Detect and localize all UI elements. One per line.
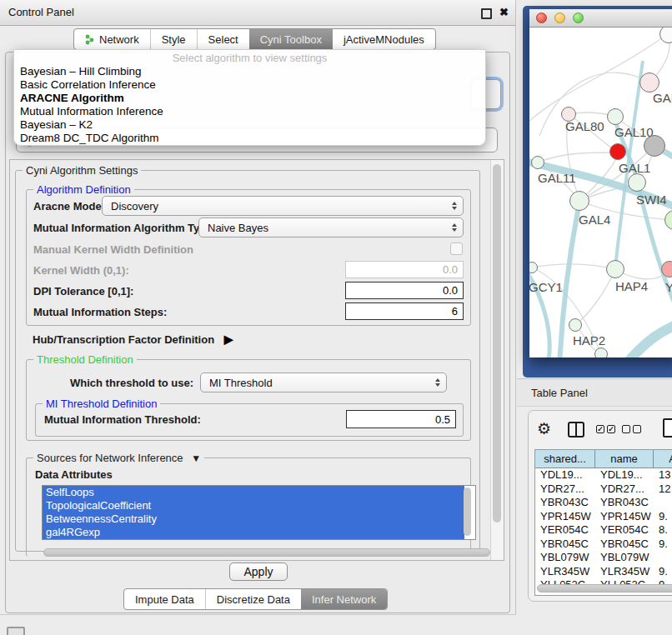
control-panel-titlebar: Control Panel ✖ (0, 0, 515, 26)
algorithm-option[interactable]: Dream8 DC_TDC Algorithm (14, 132, 485, 145)
table-cell: YBR043C (595, 496, 654, 510)
table-cell: YPR145W (595, 510, 654, 524)
table-panel-title: Table Panel (531, 379, 588, 407)
node-label: HAP2 (573, 333, 605, 348)
table-row[interactable]: YDR27...YDR27...12 (535, 482, 672, 497)
select-all-check-icon[interactable]: ✓ (596, 425, 604, 433)
minimize-traffic-light-icon[interactable] (554, 12, 565, 23)
mi-steps-field[interactable]: 6 (345, 302, 464, 320)
minimized-panel-icon[interactable] (7, 627, 25, 635)
table-row[interactable]: YBR043CYBR043C (535, 496, 672, 510)
algorithm-option[interactable]: Basic Correlation Inference (14, 78, 485, 92)
table-row[interactable]: YBR045CYBR045C9. (535, 538, 672, 552)
select-all-check-icon[interactable]: ✓ (607, 425, 615, 433)
table-row[interactable]: YBL079WYBL079W (535, 551, 672, 565)
table-hscrollbar[interactable] (537, 584, 672, 592)
table-cell (654, 496, 672, 510)
table-column-header[interactable]: name (595, 450, 654, 468)
algorithm-option[interactable]: Bayesian – K2 (14, 118, 485, 132)
table-cell: YER054C (595, 523, 654, 538)
columns-icon[interactable] (568, 422, 584, 438)
table-row[interactable]: YDL19...YDL19...13 (535, 468, 672, 482)
hub-definition-toggle[interactable]: Hub/Transcription Factor Definition ▶ (33, 332, 233, 346)
network-icon (85, 34, 95, 45)
node-table: shared...nameA YDL19...YDL19...13YDR27..… (534, 449, 672, 596)
table-header-row: shared...nameA (535, 450, 672, 468)
kernel-width-field[interactable]: 0.0 (345, 261, 464, 278)
settings-scrollbar[interactable] (490, 160, 504, 560)
network-window-titlebar (529, 9, 672, 28)
attribute-list-item[interactable]: TopologicalCoefficient (43, 499, 464, 512)
network-node[interactable] (609, 143, 626, 160)
table-cell: 9. (654, 538, 672, 552)
which-threshold-combobox[interactable]: MI Threshold (200, 372, 447, 392)
algorithm-option[interactable]: Bayesian – Hill Climbing (14, 65, 485, 78)
file-icon[interactable] (663, 418, 672, 438)
algorithm-dropdown-items: Bayesian – Hill ClimbingBasic Correlatio… (14, 65, 485, 145)
table-row[interactable]: YER054CYER054C8. (535, 523, 672, 538)
mi-threshold-label: Mutual Information Threshold: (44, 413, 201, 426)
network-node[interactable] (594, 348, 608, 358)
tab-jactivemnodules[interactable]: jActiveMNodules (333, 29, 435, 49)
mi-type-combobox[interactable]: Naive Bayes (198, 218, 464, 238)
algorithm-option[interactable]: Mutual Information Inference (14, 105, 485, 118)
bottom-tab-discretize-data[interactable]: Discretize Data (205, 589, 301, 609)
cyni-algorithm-settings-title: Cyni Algorithm Settings (23, 164, 141, 177)
algorithm-option[interactable]: ARACNE Algorithm (14, 92, 485, 105)
data-attributes-list[interactable]: SelfLoopsTopologicalCoefficientBetweenne… (42, 485, 476, 540)
table-row[interactable]: YPR145WYPR145W9. (535, 510, 672, 524)
network-node-hap4[interactable] (606, 260, 624, 278)
table-cell: YDL19... (535, 468, 595, 482)
kernel-width-label: Kernel Width (0,1): (33, 264, 129, 277)
aracne-mode-combobox[interactable]: Discovery (102, 196, 464, 216)
tab-cyni-toolbox[interactable]: Cyni Toolbox (249, 29, 333, 49)
network-node-gal[interactable] (639, 72, 659, 92)
deselect-all-icon[interactable] (622, 425, 630, 433)
zoom-traffic-light-icon[interactable] (573, 12, 584, 23)
attribute-list-item[interactable]: SelfLoops (43, 486, 464, 499)
sources-title-label: Sources for Network Inference (37, 452, 183, 464)
table-column-header[interactable]: A (654, 450, 672, 468)
network-canvas[interactable]: GALGAL80GAL10GAL1GAL11GAL4SWI4GCY1HAP4YH… (529, 28, 672, 358)
close-icon[interactable]: ✖ (499, 5, 509, 20)
expanded-arrow-icon: ▼ (191, 452, 201, 464)
settings-scrollbar-thumb[interactable] (493, 164, 501, 522)
table-row[interactable]: YLR345WYLR345W9. (535, 565, 672, 579)
algorithm-definition-title: Algorithm Definition (33, 183, 134, 196)
tab-label: Network (99, 33, 139, 46)
settings-hscrollbar[interactable] (43, 548, 490, 557)
attribute-list-item[interactable]: gal4RGexp (43, 526, 464, 539)
close-traffic-light-icon[interactable] (536, 12, 547, 23)
attributes-scrollbar-thumb[interactable] (464, 488, 471, 536)
table-cell (654, 551, 672, 565)
network-node[interactable] (644, 135, 665, 157)
network-node-gal1[interactable] (628, 173, 646, 192)
attribute-list-item[interactable]: BetweennessCentrality (43, 512, 464, 526)
network-node-y[interactable] (661, 261, 672, 278)
sources-title[interactable]: Sources for Network Inference ▼ (33, 452, 204, 464)
network-node-hap2[interactable] (569, 318, 582, 332)
table-column-header[interactable]: shared... (535, 450, 595, 468)
manual-kernel-checkbox[interactable] (450, 242, 463, 255)
cyni-algorithm-settings-group: Cyni Algorithm Settings Algorithm Defini… (15, 170, 480, 552)
tab-select[interactable]: Select (197, 29, 249, 49)
cyni-bottom-tab-bar: Impute DataDiscretize DataInfer Network (123, 588, 388, 610)
deselect-all-icon[interactable] (633, 425, 641, 433)
bottom-tab-infer-network[interactable]: Infer Network (301, 589, 387, 609)
float-window-icon[interactable] (481, 8, 492, 19)
table-cell: YLR345W (595, 565, 654, 579)
network-node-gal4[interactable] (569, 191, 589, 211)
dpi-tolerance-field[interactable]: 0.0 (345, 282, 464, 299)
bottom-tab-impute-data[interactable]: Impute Data (124, 589, 205, 609)
tab-network[interactable]: Network (74, 29, 150, 49)
network-node-gal11[interactable] (531, 156, 544, 169)
gear-icon[interactable]: ⚙ (537, 421, 551, 437)
mi-threshold-field[interactable]: 0.5 (346, 410, 456, 428)
network-node-gal10[interactable] (607, 108, 624, 125)
tab-style[interactable]: Style (150, 29, 197, 49)
node-label: GAL1 (619, 161, 650, 175)
cyni-toolbox-panel: gal-filtered.sif default node Select alg… (5, 52, 510, 613)
table-cell: 9. (654, 510, 672, 524)
table-cell: YBR043C (535, 496, 595, 510)
apply-button[interactable]: Apply (229, 562, 288, 581)
